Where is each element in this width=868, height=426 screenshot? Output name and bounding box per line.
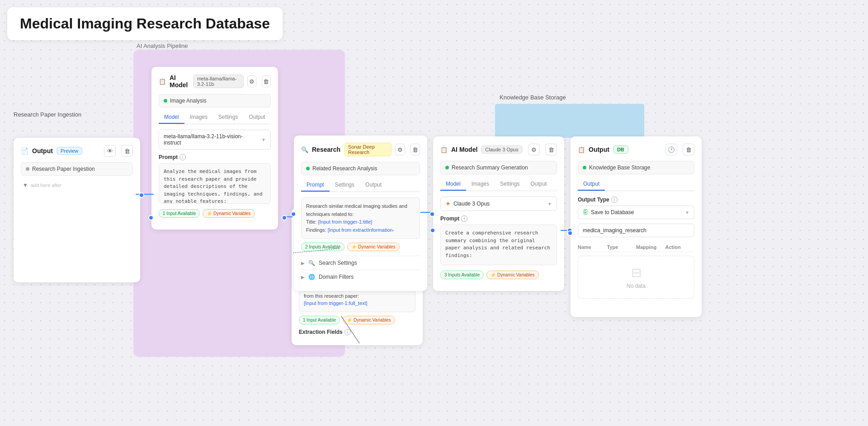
extract-tags: 1 Input Available ⚡ Dynamic Variables	[299, 316, 415, 324]
ai-model-tabs: Model Images Settings Output	[159, 111, 271, 124]
ai-model-dot	[164, 99, 167, 103]
domain-filters-row[interactable]: ▶ 🌐 Domain Filters	[301, 270, 420, 284]
rpi-label: Research Paper Ingestion	[14, 111, 81, 118]
no-data-icon: ⊟	[587, 265, 685, 280]
research-tabs: Prompt Settings Output	[301, 179, 420, 192]
research-title: Research	[312, 146, 340, 153]
tag-dynamic-vars-research: ⚡ Dynamic Variables	[347, 243, 399, 251]
tab-settings-2[interactable]: Settings	[495, 178, 525, 191]
ai-model-2-sub-label: Research Summary Generation	[452, 164, 528, 171]
prompt-textarea-1[interactable]: Analyze the medical images from this res…	[159, 163, 271, 204]
research-link-title[interactable]: [Input from trigger-1:title]	[318, 219, 373, 225]
extraction-fields-info[interactable]: i	[344, 329, 351, 335]
output-type-info[interactable]: i	[611, 197, 618, 203]
domain-chevron-icon: ▶	[301, 275, 305, 280]
output-dot	[26, 167, 29, 171]
kb-label: Knowledge Base Storage	[500, 94, 566, 101]
col-mapping: Mapping	[636, 244, 665, 250]
research-header: 🔍 Research Sonar Deep Research ⚙ 🗑	[301, 143, 420, 156]
ai-model-card-2: 📋 AI Model Claude 3 Opus ⚙ 🗑 Research Su…	[433, 136, 564, 291]
db-name-input[interactable]: medica_imaging_research	[578, 224, 694, 237]
conn-dot-research-left	[291, 211, 296, 217]
model-select-chevron-2: ▼	[547, 201, 552, 206]
research-link-findings[interactable]: [Input from extractInformation-	[328, 227, 394, 233]
col-name: Name	[578, 244, 607, 250]
ai-model-icon: 📋	[159, 78, 166, 85]
output-db-card: 📋 Output DB 🕐 🗑 Knowledge Base Storage O…	[571, 136, 702, 317]
output-eye-btn[interactable]: 👁	[104, 145, 116, 157]
tag-input-available-2: 3 Inputs Available	[440, 271, 484, 279]
output-db-icon: 📋	[578, 146, 585, 153]
tag-input-available-1: 1 Input Available	[159, 209, 200, 218]
research-prompt-box: Research similar medical imaging studies…	[301, 197, 420, 239]
claude-logo: ✦	[445, 200, 451, 207]
domain-filters-label: Domain Filters	[319, 274, 354, 280]
tab-settings-research[interactable]: Settings	[330, 179, 360, 192]
research-prompt-findings-label: Findings:	[306, 227, 328, 233]
ai-model-gear-btn[interactable]: ⚙	[247, 75, 256, 87]
output-type-value: Save to Database	[591, 209, 634, 215]
tag-input-available-research: 2 Inputs Available	[301, 243, 344, 251]
tab-output-2[interactable]: Output	[525, 178, 552, 191]
tab-output-db[interactable]: Output	[578, 178, 605, 191]
app-title-box: Medical Imaging Research Database	[7, 7, 283, 40]
app-title: Medical Imaging Research Database	[20, 15, 270, 32]
ai-model-2-gear-btn[interactable]: ⚙	[528, 144, 540, 155]
ai-model-card: 📋 AI Model meta-llama/llama-3.2-11b ⚙ 🗑 …	[151, 67, 278, 229]
prompt-textarea-2[interactable]: Create a comprehensive research summary …	[440, 225, 557, 265]
output-db-delete-btn[interactable]: 🗑	[683, 144, 694, 155]
tab-model-2[interactable]: Model	[440, 178, 466, 191]
research-icon: 🔍	[301, 146, 308, 153]
prompt-info-icon-2[interactable]: i	[461, 215, 467, 222]
col-action: Action	[665, 244, 695, 250]
output-type-select[interactable]: 🗄 Save to Database ▼	[578, 206, 694, 219]
conn-dot-ai-model-right	[282, 215, 287, 220]
output-db-clock-btn[interactable]: 🕐	[665, 144, 677, 155]
extract-text-link[interactable]: [Input from trigger-1:full_text]	[304, 300, 368, 306]
prompt-info-icon-1[interactable]: i	[179, 154, 186, 160]
tab-images[interactable]: Images	[184, 111, 213, 124]
ai-model-delete-btn[interactable]: 🗑	[262, 75, 271, 87]
no-data-box: ⊟ No data	[578, 256, 694, 299]
research-delete-btn[interactable]: 🗑	[410, 144, 420, 155]
search-settings-row[interactable]: ▶ 🔍 Search Settings	[301, 256, 420, 270]
output-expand-label: add here after	[31, 183, 62, 188]
tag-dynamic-vars-2: ⚡ Dynamic Variables	[486, 271, 538, 279]
ai-model-2-input-row: Research Summary Generation	[440, 161, 557, 174]
ai-model-2-tags: 3 Inputs Available ⚡ Dynamic Variables	[440, 271, 557, 279]
output-card-title: Output	[32, 147, 53, 154]
output-expand-row[interactable]: ▼ add here after	[21, 179, 133, 191]
tab-model[interactable]: Model	[159, 111, 184, 124]
research-sub-label: Related Research Analysis	[312, 165, 377, 172]
search-chevron-icon: ▶	[301, 261, 305, 266]
tab-images-2[interactable]: Images	[466, 178, 495, 191]
model-select-2[interactable]: ✦ Claude 3 Opus ▼	[440, 197, 557, 211]
ai-model-2-header: 📋 AI Model Claude 3 Opus ⚙ 🗑	[440, 144, 557, 155]
ai-model-title: AI Model	[170, 74, 189, 89]
tab-prompt-research[interactable]: Prompt	[301, 179, 330, 192]
prompt-label-1: Prompt i	[159, 154, 271, 160]
tab-settings[interactable]: Settings	[213, 111, 243, 124]
ai-model-2-delete-btn[interactable]: 🗑	[545, 144, 557, 155]
output-table-header: Name Type Mapping Action	[578, 243, 694, 252]
model-select-1[interactable]: meta-llama/llama-3.2-11b-vision-instruct…	[159, 130, 271, 150]
ai-model-2-tabs: Model Images Settings Output	[440, 178, 557, 191]
model-select-value-2: Claude 3 Opus	[453, 201, 490, 207]
output-db-tabs: Output	[578, 178, 694, 191]
db-select-icon: 🗄	[583, 209, 588, 215]
search-settings-icon: 🔍	[308, 260, 315, 266]
output-db-header: 📋 Output DB 🕐 🗑	[578, 144, 694, 155]
output-icon: 📄	[21, 147, 28, 154]
tab-output-research[interactable]: Output	[360, 179, 387, 192]
ai-model-2-icon: 📋	[440, 146, 448, 153]
kb-bg	[495, 104, 644, 138]
output-delete-btn[interactable]: 🗑	[121, 145, 133, 157]
conn-dot-output-right	[139, 192, 144, 198]
tab-output[interactable]: Output	[243, 111, 270, 124]
output-type-section: Output Type i	[578, 197, 694, 203]
ai-model-2-dot	[445, 166, 449, 169]
domain-filters-icon: 🌐	[308, 274, 315, 280]
research-gear-btn[interactable]: ⚙	[395, 144, 405, 155]
output-content-row: Research Paper Ingestion	[21, 162, 133, 176]
prompt-label-2: Prompt i	[440, 215, 557, 222]
